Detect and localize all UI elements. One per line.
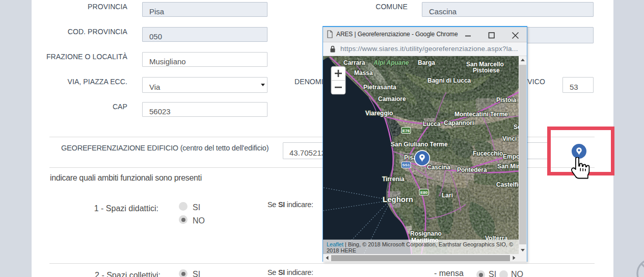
svg-text:Pistoiese: Pistoiese: [473, 67, 500, 74]
svg-text:Fucecchio: Fucecchio: [473, 150, 503, 157]
svg-text:Pietrasanta: Pietrasanta: [363, 84, 396, 91]
svg-text:SS1: SS1: [402, 163, 410, 167]
svg-text:Lari: Lari: [442, 192, 453, 199]
svg-text:San Min: San Min: [497, 163, 519, 170]
svg-text:Pistoia: Pistoia: [496, 96, 517, 104]
svg-text:Castelfiore: Castelfiore: [496, 181, 519, 188]
svg-text:Vinci: Vinci: [502, 135, 517, 142]
svg-text:Serra: Serra: [514, 123, 519, 131]
svg-text:Barga: Barga: [418, 59, 435, 66]
svg-text:Lucca: Lucca: [423, 120, 441, 128]
svg-text:Carrara: Carrara: [343, 59, 365, 66]
svg-text:Tirrenia: Tirrenia: [382, 175, 405, 182]
svg-text:Pontedera: Pontedera: [457, 166, 487, 173]
svg-text:2018 HERE: 2018 HERE: [327, 247, 356, 254]
svg-text:Massa: Massa: [354, 69, 373, 77]
svg-text:E76: E76: [403, 128, 410, 133]
svg-text:Capannori: Capannori: [444, 119, 474, 127]
svg-text:Viareggio: Viareggio: [365, 110, 393, 117]
svg-text:Alpi Apuane: Alpi Apuane: [373, 59, 409, 66]
svg-text:Empoli: Empoli: [503, 153, 519, 160]
svg-text:Montecatini Terme: Montecatini Terme: [454, 111, 508, 118]
svg-text:Cascina: Cascina: [427, 164, 450, 171]
svg-text:Leghorn: Leghorn: [383, 195, 413, 204]
svg-text:Rosignano: Rosignano: [410, 230, 442, 237]
svg-text:Leaflet | Bing, © 2018 Microso: Leaflet | Bing, © 2018 Microsoft Corpora…: [327, 241, 513, 247]
svg-text:E80: E80: [420, 190, 428, 195]
svg-text:Camaiore: Camaiore: [378, 95, 406, 103]
svg-text:San Giuliano Terme: San Giuliano Terme: [391, 141, 448, 148]
svg-text:Bagni di Lucca: Bagni di Lucca: [427, 77, 471, 84]
